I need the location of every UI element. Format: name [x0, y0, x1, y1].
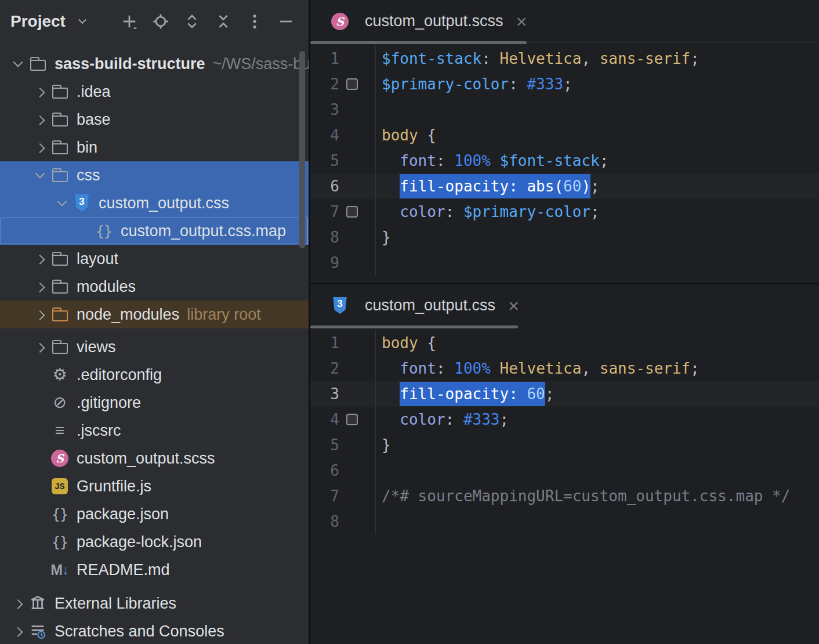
tree-item-external-libraries[interactable]: External Libraries: [0, 589, 309, 617]
collapse-all-icon[interactable]: [213, 12, 233, 31]
tree-item-custom-output-scss[interactable]: S custom_output.scss: [0, 444, 309, 472]
gutter[interactable]: 3: [310, 381, 376, 407]
code-line[interactable]: 7 color: $primary-color;: [310, 199, 819, 225]
tree-item-package-lock-json[interactable]: {} package-lock.json: [0, 528, 309, 556]
chevron-right-icon[interactable]: [8, 628, 28, 635]
gutter[interactable]: 9: [310, 250, 376, 276]
gutter[interactable]: 6: [310, 458, 376, 483]
gutter[interactable]: 8: [310, 509, 376, 534]
code-line[interactable]: 1body {: [310, 330, 819, 356]
tree-item-layout[interactable]: layout: [0, 245, 309, 273]
hide-panel-icon[interactable]: [276, 12, 296, 31]
chevron-right-icon[interactable]: [30, 255, 50, 262]
markdown-file-icon: M↓: [50, 562, 70, 578]
color-preview-swatch[interactable]: [346, 206, 358, 218]
chevron-right-icon[interactable]: [30, 116, 50, 123]
chevron-down-icon[interactable]: [30, 172, 50, 179]
braces-file-icon: {}: [50, 506, 70, 523]
tree-item-jscsrc[interactable]: ≡ .jscsrc: [0, 417, 309, 444]
gutter[interactable]: 3: [310, 97, 376, 122]
code-line[interactable]: 3: [310, 97, 819, 122]
tree-item-node-modules[interactable]: node_modules library root: [0, 301, 309, 328]
color-preview-swatch[interactable]: [346, 78, 358, 90]
code-text: [376, 250, 382, 276]
color-preview-swatch[interactable]: [346, 414, 358, 425]
project-scrollbar-thumb[interactable]: [299, 51, 305, 248]
library-root-badge: library root: [187, 306, 261, 324]
tree-item-custom-output-css-map[interactable]: {} custom_output.css.map: [0, 217, 309, 245]
chevron-right-icon[interactable]: [8, 600, 28, 607]
code-token: $font-stack: [500, 152, 600, 169]
code-text: /*# sourceMappingURL=custom_output.css.m…: [376, 483, 790, 509]
tree-item-gitignore[interactable]: ⊘ .gitignore: [0, 389, 309, 417]
code-line[interactable]: 3 fill-opacity: 60;: [310, 381, 819, 407]
css3-file-icon: 3: [72, 194, 92, 212]
code-line[interactable]: 5 font: 100% $font-stack;: [310, 148, 819, 173]
code-line[interactable]: 4 color: #333;: [310, 407, 819, 432]
folder-icon: [50, 307, 70, 321]
code-line[interactable]: 6 fill-opacity: abs(60);: [310, 173, 819, 199]
tree-item-custom-output-css[interactable]: 3 custom_output.css: [0, 189, 309, 217]
gutter[interactable]: 1: [310, 330, 376, 356]
code-line[interactable]: 4body {: [310, 122, 819, 148]
close-icon[interactable]: ×: [516, 12, 527, 31]
code-editor[interactable]: 1$font-stack: Helvetica, sans-serif; 2$p…: [310, 43, 819, 276]
chevron-right-icon[interactable]: [30, 144, 50, 151]
code-line[interactable]: 2 font: 100% Helvetica, sans-serif;: [310, 356, 819, 381]
tab-custom-output-css[interactable]: 3 custom_output.css ×: [320, 284, 530, 327]
code-line[interactable]: 1$font-stack: Helvetica, sans-serif;: [310, 46, 819, 71]
code-line[interactable]: 9: [310, 250, 819, 276]
tree-item-gruntfile-js[interactable]: JS Gruntfile.js: [0, 472, 309, 500]
code-editor[interactable]: 1body { 2 font: 100% Helvetica, sans-ser…: [310, 327, 819, 534]
chevron-right-icon[interactable]: [30, 283, 50, 290]
code-text: body {: [376, 122, 436, 148]
line-number: 5: [310, 152, 339, 169]
code-line[interactable]: 6: [310, 458, 819, 483]
line-number: 3: [310, 385, 339, 403]
chevron-right-icon[interactable]: [30, 311, 50, 318]
project-view-selector[interactable]: Project: [10, 12, 92, 31]
tree-item-sass-build-structure[interactable]: sass-build-structure ~/WS/sass-bu: [0, 50, 309, 78]
gutter[interactable]: 4: [310, 122, 376, 148]
tree-item-idea[interactable]: .idea: [0, 78, 309, 106]
gutter[interactable]: 1: [310, 46, 376, 71]
tree-item-css[interactable]: css: [0, 161, 309, 189]
more-options-icon[interactable]: [245, 12, 264, 31]
gutter[interactable]: 7: [310, 199, 376, 225]
gutter[interactable]: 5: [310, 148, 376, 173]
chevron-right-icon[interactable]: [30, 343, 50, 350]
gutter[interactable]: 8: [310, 225, 376, 250]
tree-item-label: sass-build-structure: [55, 55, 205, 73]
tree-item-editorconfig[interactable]: ⚙ .editorconfig: [0, 361, 309, 389]
tab-scrollbar-thumb[interactable]: [310, 41, 527, 44]
folder-icon: [50, 280, 70, 294]
tree-item-readme-md[interactable]: M↓ README.md: [0, 556, 309, 584]
tree-item-views[interactable]: views: [0, 333, 309, 361]
tab-custom-output-scss[interactable]: S custom_output.scss ×: [320, 0, 537, 42]
tree-item-package-json[interactable]: {} package.json: [0, 500, 309, 528]
tree-item-base[interactable]: base: [0, 106, 309, 133]
gutter[interactable]: 4: [310, 407, 376, 432]
code-line[interactable]: 7/*# sourceMappingURL=custom_output.css.…: [310, 483, 819, 509]
locate-file-icon[interactable]: [151, 12, 171, 31]
chevron-right-icon[interactable]: [30, 88, 50, 95]
gutter[interactable]: 2: [310, 71, 376, 97]
code-line[interactable]: 8}: [310, 225, 819, 250]
tree-item-scratches-and-consoles[interactable]: Scratches and Consoles: [0, 617, 309, 644]
code-line[interactable]: 5}: [310, 432, 819, 458]
close-icon[interactable]: ×: [508, 296, 519, 315]
tab-scrollbar-thumb[interactable]: [310, 325, 518, 328]
chevron-down-icon[interactable]: [8, 60, 28, 67]
gutter[interactable]: 5: [310, 432, 376, 458]
gutter[interactable]: 2: [310, 356, 376, 381]
expand-all-icon[interactable]: [182, 12, 202, 31]
code-line[interactable]: 2$primary-color: #333;: [310, 71, 819, 97]
tree-item-bin[interactable]: bin: [0, 133, 309, 161]
gutter[interactable]: 7: [310, 483, 376, 509]
code-line[interactable]: 8: [310, 509, 819, 534]
gutter[interactable]: 6: [310, 173, 376, 199]
code-token: Helvetica: [500, 360, 582, 377]
chevron-down-icon[interactable]: [52, 200, 72, 207]
add-icon[interactable]: [119, 12, 139, 31]
tree-item-modules[interactable]: modules: [0, 273, 309, 301]
